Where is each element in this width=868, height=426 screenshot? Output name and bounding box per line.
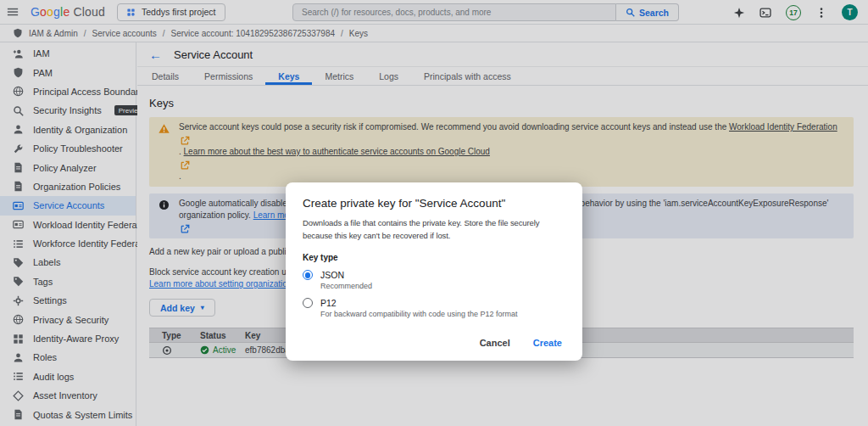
radio-selected-icon[interactable] [303, 270, 313, 280]
create-private-key-dialog: Create private key for "Service Account"… [286, 182, 582, 361]
radio-option-label: P12 [320, 298, 337, 308]
create-button[interactable]: Create [533, 338, 562, 348]
dialog-actions: Cancel Create [303, 338, 565, 350]
dialog-description: Downloads a file that contains the priva… [303, 217, 569, 242]
radio-option-p12[interactable]: P12 [303, 298, 565, 308]
radio-option-sublabel: For backward compatibility with code usi… [320, 310, 565, 318]
key-type-label: Key type [303, 253, 565, 262]
radio-option-label: JSON [320, 270, 344, 280]
radio-option-json[interactable]: JSON [303, 270, 565, 280]
dialog-title: Create private key for "Service Account" [303, 197, 565, 210]
radio-unselected-icon[interactable] [303, 298, 313, 308]
radio-option-sublabel: Recommended [320, 282, 565, 290]
cancel-button[interactable]: Cancel [480, 338, 510, 348]
